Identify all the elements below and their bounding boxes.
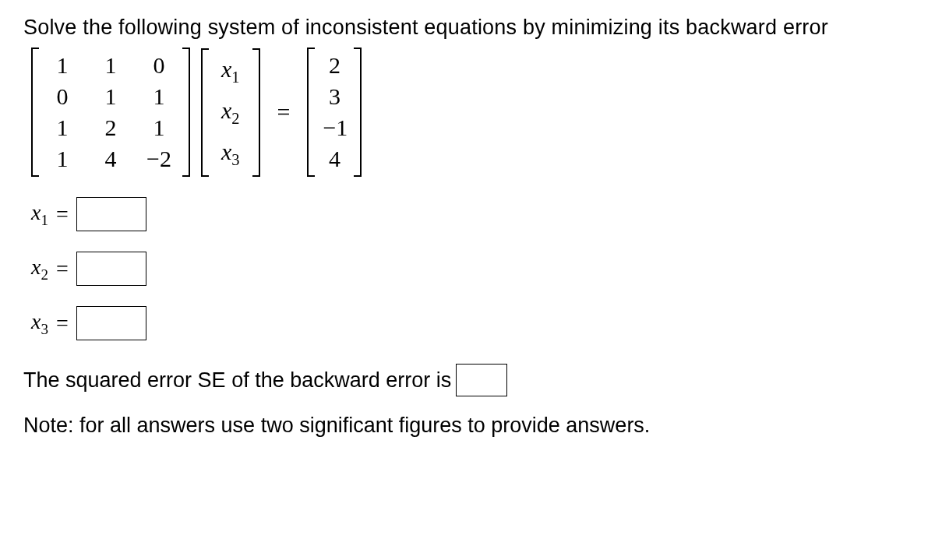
x3-input[interactable] — [76, 306, 146, 340]
x-var: x1 — [217, 53, 245, 90]
x-letter: x — [31, 200, 41, 224]
matrix-row: 0 1 1 — [47, 83, 175, 110]
cell: 4 — [323, 146, 346, 172]
bracket-left — [201, 48, 209, 177]
cell: 1 — [47, 114, 78, 141]
x-letter: x — [31, 309, 41, 333]
bracket-left — [307, 48, 315, 177]
se-line: The squared error SE of the backward err… — [23, 364, 912, 396]
matrix-body: 2 3 −1 4 — [315, 48, 354, 177]
answer-label: x3 — [31, 309, 48, 338]
vector-b: 2 3 −1 4 — [307, 48, 362, 177]
cell: 2 — [323, 52, 346, 79]
matrix-A: 1 1 0 0 1 1 1 2 1 1 4 −2 — [31, 48, 190, 177]
bracket-left — [31, 48, 39, 177]
cell: 1 — [95, 83, 126, 110]
matrix-row: 1 2 1 — [47, 114, 175, 141]
cell: 0 — [47, 83, 78, 110]
matrix-row: 1 4 −2 — [47, 146, 175, 172]
cell: 0 — [143, 52, 175, 79]
equals-sign: = — [56, 311, 69, 336]
answer-x3-row: x3 = — [31, 306, 912, 340]
se-text: The squared error SE of the backward err… — [23, 368, 451, 393]
x2-input[interactable] — [76, 252, 146, 286]
cell: −2 — [143, 146, 175, 172]
subscript: 3 — [41, 320, 48, 336]
matrix-row: 1 1 0 — [47, 52, 175, 79]
bracket-right — [182, 48, 190, 177]
x-letter: x — [221, 56, 231, 82]
subscript: 2 — [231, 110, 239, 127]
cell: −1 — [323, 114, 346, 141]
equals-sign: = — [56, 256, 69, 281]
cell: 1 — [47, 146, 78, 172]
cell: 1 — [95, 52, 126, 79]
x-letter: x — [31, 255, 41, 279]
x-letter: x — [221, 139, 231, 164]
answer-x1-row: x1 = — [31, 197, 912, 231]
answer-label: x1 — [31, 200, 48, 229]
x-var: x2 — [217, 94, 245, 131]
subscript: 1 — [41, 211, 48, 227]
x1-input[interactable] — [76, 197, 146, 231]
x-letter: x — [221, 97, 231, 123]
cell: 1 — [143, 114, 175, 141]
bracket-right — [354, 48, 362, 177]
cell: 4 — [95, 146, 126, 172]
equals-sign: = — [56, 202, 69, 227]
equation: 1 1 0 0 1 1 1 2 1 1 4 −2 — [31, 48, 912, 177]
subscript: 3 — [231, 151, 239, 168]
subscript: 1 — [231, 69, 239, 86]
cell: 1 — [47, 52, 78, 79]
note-text: Note: for all answers use two significan… — [23, 414, 912, 438]
answer-label: x2 — [31, 255, 48, 284]
x-var: x3 — [217, 136, 245, 172]
cell: 3 — [323, 83, 346, 110]
matrix-body: x1 x2 x3 — [209, 48, 252, 177]
matrix-body: 1 1 0 0 1 1 1 2 1 1 4 −2 — [39, 48, 182, 177]
bracket-right — [252, 48, 260, 177]
equals-sign: = — [271, 99, 297, 125]
question-prompt: Solve the following system of inconsiste… — [23, 16, 912, 40]
cell: 1 — [143, 83, 175, 110]
vector-x: x1 x2 x3 — [201, 48, 260, 177]
subscript: 2 — [41, 266, 48, 282]
se-input[interactable] — [456, 364, 507, 396]
cell: 2 — [95, 114, 126, 141]
answer-x2-row: x2 = — [31, 252, 912, 286]
